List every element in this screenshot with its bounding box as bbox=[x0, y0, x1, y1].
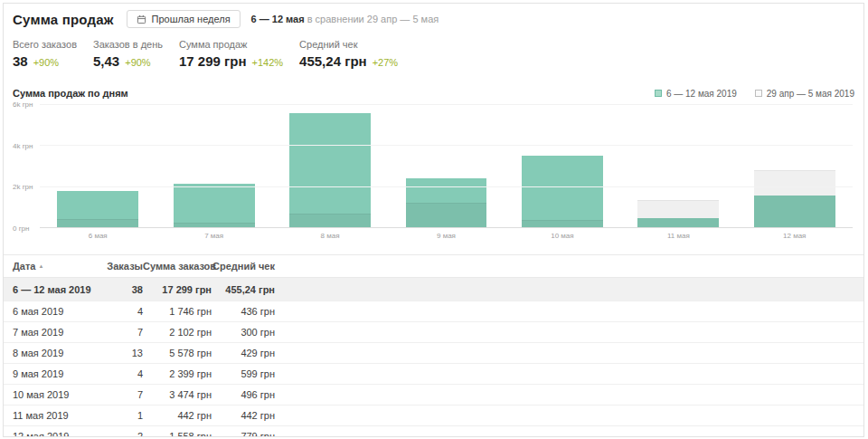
bar-group[interactable] bbox=[620, 104, 736, 227]
kpi-delta: +90% bbox=[33, 57, 59, 68]
x-axis-label: 10 мая bbox=[505, 232, 620, 240]
bar-group[interactable] bbox=[40, 104, 156, 227]
current-period-bar[interactable] bbox=[289, 113, 371, 227]
cell-orders: 7 bbox=[103, 322, 143, 343]
bar-group[interactable] bbox=[505, 104, 620, 227]
previous-period-bar[interactable] bbox=[754, 170, 835, 227]
comparison-word: в сравнении bbox=[307, 14, 364, 24]
legend-item[interactable]: 6 — 12 мая 2019 bbox=[655, 89, 737, 99]
total-avg: 455,24 грн bbox=[212, 278, 275, 301]
sales-by-day-chart: 6k грн4k грн2k грн0 грн 6 мая7 мая8 мая9… bbox=[13, 104, 854, 244]
table-row: 11 мая 2019 1 442 грн 442 грн bbox=[4, 406, 863, 426]
cell-sum: 3 474 грн bbox=[143, 385, 212, 406]
table-row: 10 мая 2019 7 3 474 грн 496 грн bbox=[4, 385, 863, 406]
kpi-delta: +27% bbox=[373, 57, 398, 68]
calendar-icon bbox=[137, 14, 146, 24]
kpi-value: 17 299 грн bbox=[179, 53, 247, 69]
cell-date: 12 мая 2019 bbox=[4, 426, 103, 438]
column-header-orders[interactable]: Заказы bbox=[103, 255, 143, 278]
cell-orders: 4 bbox=[103, 364, 143, 385]
legend-swatch-icon bbox=[655, 90, 662, 97]
bar-group[interactable] bbox=[388, 104, 504, 227]
cell-orders: 13 bbox=[103, 343, 143, 364]
cell-avg: 779 грн bbox=[212, 426, 275, 438]
y-axis-tick-label: 6k грн bbox=[13, 100, 33, 109]
previous-period-bar[interactable] bbox=[637, 200, 719, 227]
table-total-row: 6 — 12 мая 2019 38 17 299 грн 455,24 грн bbox=[4, 278, 863, 301]
table-row: 6 мая 2019 4 1 746 грн 436 грн bbox=[4, 301, 863, 322]
x-axis-label: 7 мая bbox=[156, 232, 271, 240]
cell-avg: 300 грн bbox=[212, 322, 275, 343]
cell-date: 7 мая 2019 bbox=[4, 322, 103, 343]
cell-sum: 2 399 грн bbox=[143, 364, 212, 385]
bar-group[interactable] bbox=[156, 104, 271, 227]
cell-date: 6 мая 2019 bbox=[4, 301, 103, 322]
comparison-period-text: 6 — 12 мая в сравнении 29 апр — 5 мая bbox=[251, 14, 439, 24]
column-header-spacer bbox=[275, 255, 863, 278]
cell-sum: 442 грн bbox=[143, 406, 212, 426]
x-axis-label: 6 мая bbox=[40, 232, 156, 240]
previous-period-bar[interactable] bbox=[174, 223, 255, 227]
column-header-sum[interactable]: Сумма заказов bbox=[143, 255, 212, 278]
cell-avg: 442 грн bbox=[212, 406, 275, 426]
bar-group[interactable] bbox=[737, 104, 853, 227]
total-orders: 38 bbox=[103, 278, 143, 301]
x-axis-label: 9 мая bbox=[388, 232, 504, 240]
total-date: 6 — 12 мая 2019 bbox=[4, 278, 103, 301]
previous-period-bar[interactable] bbox=[289, 214, 371, 227]
kpi-label: Всего заказов bbox=[13, 39, 77, 50]
total-sum: 17 299 грн bbox=[143, 278, 212, 301]
table-header-row: Дата▲ Заказы Сумма заказов Средний чек bbox=[4, 255, 863, 278]
x-axis-label: 11 мая bbox=[620, 232, 736, 240]
current-period-bar[interactable] bbox=[174, 184, 255, 227]
cell-sum: 1 746 грн bbox=[143, 301, 212, 322]
table-row: 12 мая 2019 2 1 558 грн 779 грн bbox=[4, 426, 863, 438]
kpi-value: 5,43 bbox=[93, 53, 119, 69]
legend-label: 6 — 12 мая 2019 bbox=[666, 89, 737, 99]
cell-sum: 5 578 грн bbox=[143, 343, 212, 364]
cell-orders: 1 bbox=[103, 406, 143, 426]
x-axis-labels: 6 мая7 мая8 мая9 мая10 мая11 мая12 мая bbox=[40, 232, 853, 240]
kpi-card: Всего заказов 38 +90% bbox=[13, 39, 77, 69]
y-axis-tick-label: 2k грн bbox=[13, 183, 33, 191]
column-header-date[interactable]: Дата▲ bbox=[4, 255, 103, 278]
kpi-card: Средний чек 455,24 грн +27% bbox=[299, 39, 398, 69]
kpi-delta: +142% bbox=[252, 57, 284, 68]
cell-date: 9 мая 2019 bbox=[4, 364, 103, 385]
legend-item[interactable]: 29 апр — 5 мая 2019 bbox=[755, 89, 854, 99]
current-period-label: 6 — 12 мая bbox=[251, 14, 305, 24]
header: Сумма продаж Прошлая неделя 6 — 12 мая в… bbox=[4, 4, 863, 28]
table-row: 7 мая 2019 7 2 102 грн 300 грн bbox=[4, 322, 863, 343]
previous-period-label: 29 апр — 5 мая bbox=[367, 14, 439, 24]
cell-avg: 429 грн bbox=[212, 343, 275, 364]
kpi-card: Заказов в день 5,43 +90% bbox=[93, 39, 163, 69]
cell-sum: 2 102 грн bbox=[143, 322, 212, 343]
kpi-label: Сумма продаж bbox=[179, 39, 283, 50]
cell-sum: 1 558 грн bbox=[143, 426, 212, 438]
cell-orders: 7 bbox=[103, 385, 143, 406]
x-axis-label: 12 мая bbox=[737, 232, 853, 240]
sort-asc-icon: ▲ bbox=[38, 263, 43, 269]
previous-week-button[interactable]: Прошлая неделя bbox=[127, 10, 241, 28]
cell-date: 11 мая 2019 bbox=[4, 406, 103, 426]
bar-group[interactable] bbox=[272, 104, 388, 227]
page-title: Сумма продаж bbox=[13, 12, 114, 27]
previous-week-button-label: Прошлая неделя bbox=[152, 14, 231, 24]
x-axis-label: 8 мая bbox=[272, 232, 388, 240]
daily-sales-table: Дата▲ Заказы Сумма заказов Средний чек 6… bbox=[4, 254, 863, 437]
cell-orders: 2 bbox=[103, 426, 143, 438]
previous-period-bar[interactable] bbox=[406, 203, 487, 227]
kpi-label: Средний чек bbox=[299, 39, 398, 50]
cell-orders: 4 bbox=[103, 301, 143, 322]
kpi-card: Сумма продаж 17 299 грн +142% bbox=[179, 39, 283, 69]
kpi-label: Заказов в день bbox=[93, 39, 163, 50]
chart-header: Сумма продаж по дням 6 — 12 мая 2019 29 … bbox=[4, 69, 863, 99]
chart-plot-area bbox=[40, 104, 853, 228]
y-axis-tick-label: 4k грн bbox=[13, 141, 33, 149]
chart-legend: 6 — 12 мая 2019 29 апр — 5 мая 2019 bbox=[655, 89, 854, 99]
current-period-bar[interactable] bbox=[522, 156, 603, 227]
chart-title: Сумма продаж по дням bbox=[13, 88, 128, 99]
previous-period-bar[interactable] bbox=[522, 220, 603, 227]
previous-period-bar[interactable] bbox=[57, 219, 138, 227]
column-header-avg[interactable]: Средний чек bbox=[212, 255, 275, 278]
